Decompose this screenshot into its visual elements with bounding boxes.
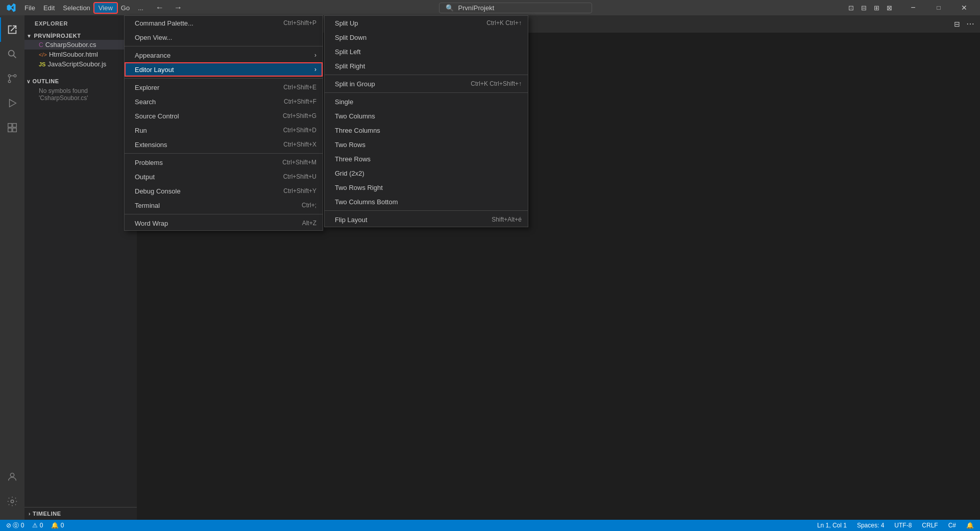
js-file-icon: JS xyxy=(39,61,45,67)
status-bar: ⊘ ⓪ 0 ⚠ 0 🔔 0 Ln 1, Col 1 Spaces: 4 UTF-… xyxy=(0,520,980,531)
indentation[interactable]: Spaces: 4 xyxy=(855,522,886,529)
outline-section: ∨ OUTLINE No symbols found 'CsharpSoubor… xyxy=(24,75,137,507)
chevron-down-outline-icon: ∨ xyxy=(27,79,31,84)
svg-rect-9 xyxy=(8,128,12,132)
go-menu[interactable]: Go xyxy=(117,3,134,13)
status-right: Ln 1, Col 1 Spaces: 4 UTF-8 CRLF C# 🔔 xyxy=(815,522,976,529)
tab-html[interactable]: </> HtmlSoubor.html xyxy=(137,15,212,33)
tab-actions: ⊟ ⋯ xyxy=(951,15,980,33)
outline-detail: 'CsharpSoubor.cs' xyxy=(39,94,131,102)
search-activity-icon[interactable] xyxy=(0,42,24,66)
file-name-html: HtmlSoubor.html xyxy=(49,51,98,58)
selection-menu[interactable]: Selection xyxy=(59,3,94,13)
svg-point-4 xyxy=(8,75,11,77)
nav-forward-button[interactable]: → xyxy=(170,2,186,13)
errors-count[interactable]: ⊘ ⓪ 0 xyxy=(4,521,26,530)
svg-marker-6 xyxy=(10,100,16,107)
svg-point-0 xyxy=(9,51,14,56)
layout-toggle-3[interactable]: ⊞ xyxy=(871,3,883,13)
view-menu-trigger[interactable]: View xyxy=(94,3,117,13)
close-button[interactable]: ✕ xyxy=(952,0,976,15)
outline-title: OUTLINE xyxy=(33,78,59,84)
svg-point-11 xyxy=(10,473,14,477)
line-ending[interactable]: CRLF xyxy=(920,522,940,529)
more-actions-button[interactable]: ⋯ xyxy=(965,18,976,30)
main-layout: EXPLORER ▼ PRVNÍPROJEKT C CsharpSoubor.c… xyxy=(0,15,980,520)
file-item-js[interactable]: JS JavaScriptSoubor.js xyxy=(24,59,137,69)
svg-rect-7 xyxy=(8,124,12,127)
encoding[interactable]: UTF-8 xyxy=(892,522,914,529)
notifications-text: 0 xyxy=(61,522,64,529)
html-file-icon: </> xyxy=(39,52,47,58)
file-item-html[interactable]: </> HtmlSoubor.html xyxy=(24,50,137,59)
source-control-activity-icon[interactable] xyxy=(0,66,24,91)
file-item-cs[interactable]: C CsharpSoubor.cs xyxy=(24,40,137,50)
project-section: ▼ PRVNÍPROJEKT C CsharpSoubor.cs </> Htm… xyxy=(24,30,137,71)
html-tab-label: HtmlSoubor.html xyxy=(155,20,204,28)
file-menu[interactable]: File xyxy=(20,3,39,13)
account-activity-icon[interactable] xyxy=(0,465,24,489)
warnings-count[interactable]: ⚠ 0 xyxy=(30,522,45,529)
warnings-text: 0 xyxy=(40,522,43,529)
more-menu[interactable]: ... xyxy=(134,3,148,13)
project-name: PRVNÍPROJEKT xyxy=(34,33,81,39)
split-editor-button[interactable]: ⊟ xyxy=(951,18,963,30)
vscode-logo xyxy=(4,1,18,15)
file-name-js: JavaScriptSoubor.js xyxy=(47,60,106,68)
search-magnifier-icon: 🔍 xyxy=(446,4,454,12)
file-name-cs: CsharpSoubor.cs xyxy=(45,41,96,49)
html-tab-icon: </> xyxy=(144,21,152,27)
search-text: PrvníProjekt xyxy=(458,4,494,12)
timeline-title: TIMELINE xyxy=(33,511,61,517)
explorer-activity-icon[interactable] xyxy=(0,17,24,42)
menu-bar: File Edit Selection View Go ... xyxy=(20,3,148,13)
svg-rect-10 xyxy=(13,128,16,132)
cs-file-icon: C xyxy=(39,41,43,49)
notifications-bell[interactable]: 🔔 xyxy=(964,522,976,529)
nav-back-button[interactable]: ← xyxy=(152,2,168,13)
svg-point-2 xyxy=(8,80,11,83)
edit-menu[interactable]: Edit xyxy=(39,3,59,13)
timeline-header[interactable]: › TIMELINE xyxy=(27,510,135,518)
settings-activity-icon[interactable] xyxy=(0,489,24,514)
activity-bottom xyxy=(0,465,24,518)
outline-section-header[interactable]: ∨ OUTLINE xyxy=(24,77,137,85)
editor-area: </> HtmlSoubor.html JS JavaScriptSoubor.… xyxy=(137,15,980,520)
svg-line-1 xyxy=(13,55,16,58)
minimize-button[interactable]: − xyxy=(901,0,925,15)
maximize-button[interactable]: □ xyxy=(927,0,950,15)
errors-text: ⓪ 0 xyxy=(13,522,24,529)
tab-bar: </> HtmlSoubor.html JS JavaScriptSoubor.… xyxy=(137,15,980,33)
layout-toggle-4[interactable]: ⊠ xyxy=(884,3,895,13)
error-icon: ⊘ xyxy=(6,522,11,529)
status-left: ⊘ ⓪ 0 ⚠ 0 🔔 0 xyxy=(4,521,66,530)
language-mode[interactable]: C# xyxy=(946,522,958,529)
timeline-section: › TIMELINE xyxy=(24,507,137,520)
layout-toggle-2[interactable]: ⊟ xyxy=(858,3,870,13)
svg-point-3 xyxy=(14,75,16,77)
sidebar: EXPLORER ▼ PRVNÍPROJEKT C CsharpSoubor.c… xyxy=(24,15,137,520)
chevron-right-timeline-icon: › xyxy=(29,511,31,517)
outline-content: No symbols found 'CsharpSoubor.cs' xyxy=(24,85,137,104)
js-tab-label: JavaScriptSoubor.js xyxy=(229,20,287,28)
chevron-down-icon: ▼ xyxy=(27,33,32,39)
project-section-header[interactable]: ▼ PRVNÍPROJEKT xyxy=(24,32,137,40)
extensions-activity-icon[interactable] xyxy=(0,115,24,140)
svg-point-12 xyxy=(11,500,14,503)
activity-bar xyxy=(0,15,24,520)
bell-icon: 🔔 xyxy=(51,522,59,529)
layout-toggle-1[interactable]: ⊡ xyxy=(845,3,857,13)
titlebar: File Edit Selection View Go ... ← → 🔍 Pr… xyxy=(0,0,980,15)
warning-icon: ⚠ xyxy=(32,522,38,529)
js-tab-icon: JS xyxy=(219,21,226,27)
window-controls: ⊡ ⊟ ⊞ ⊠ − □ ✕ xyxy=(845,0,976,15)
outline-message: No symbols found xyxy=(39,87,131,94)
search-area: 🔍 PrvníProjekt xyxy=(188,3,843,13)
run-activity-icon[interactable] xyxy=(0,91,24,115)
editor-content[interactable] xyxy=(137,33,980,520)
search-box[interactable]: 🔍 PrvníProjekt xyxy=(439,3,592,13)
tab-js[interactable]: JS JavaScriptSoubor.js xyxy=(212,15,295,33)
cursor-position[interactable]: Ln 1, Col 1 xyxy=(815,522,849,529)
notifications-count[interactable]: 🔔 0 xyxy=(49,522,66,529)
sidebar-title: EXPLORER xyxy=(24,15,137,30)
